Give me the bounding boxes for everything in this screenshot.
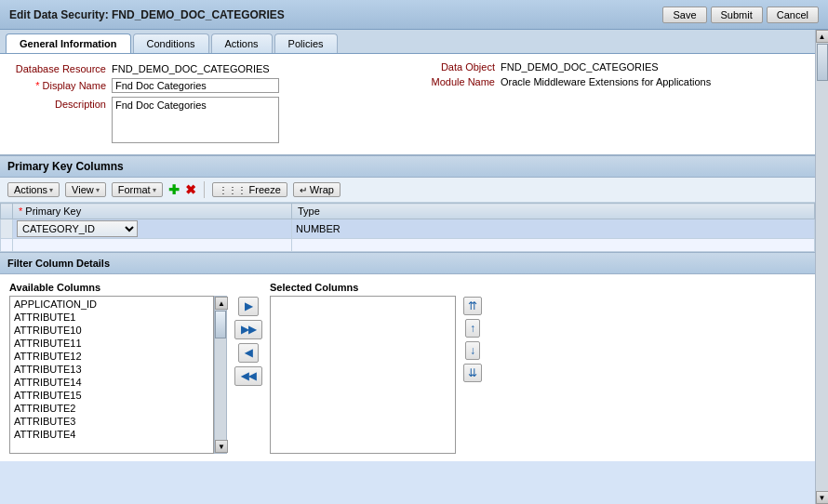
description-label: Description bbox=[9, 97, 112, 110]
cancel-button[interactable]: Cancel bbox=[767, 7, 819, 23]
module-name-value: Oracle Middleware Extensions for Applica… bbox=[501, 76, 711, 87]
list-item[interactable]: ATTRIBUTE3 bbox=[11, 415, 212, 428]
list-item[interactable]: ATTRIBUTE4 bbox=[11, 428, 212, 441]
view-dropdown-button[interactable]: View ▾ bbox=[65, 182, 106, 197]
scroll-thumb[interactable] bbox=[817, 44, 828, 81]
move-right-button[interactable]: ▶ bbox=[238, 297, 259, 316]
list-scroll-down[interactable]: ▼ bbox=[215, 440, 228, 453]
database-resource-label: Database Resource bbox=[9, 61, 112, 74]
format-dropdown-button[interactable]: Format ▾ bbox=[112, 182, 163, 197]
selected-columns-list[interactable] bbox=[270, 296, 456, 454]
actions-dropdown-arrow: ▾ bbox=[49, 186, 53, 194]
list-item[interactable]: ATTRIBUTE13 bbox=[11, 363, 212, 376]
list-item[interactable]: ATTRIBUTE14 bbox=[11, 376, 212, 389]
list-scroll-up[interactable]: ▲ bbox=[215, 297, 228, 310]
sort-down-button[interactable]: ↓ bbox=[465, 341, 480, 360]
move-all-left-button[interactable]: ◀◀ bbox=[234, 366, 262, 386]
list-item[interactable]: ATTRIBUTE11 bbox=[11, 337, 212, 350]
page-title: Edit Data Security: FND_DEMO_DOC_CATEGOR… bbox=[9, 8, 285, 21]
filter-section-title: Filter Column Details bbox=[7, 258, 110, 269]
tab-actions[interactable]: Actions bbox=[211, 33, 273, 53]
list-item[interactable]: ATTRIBUTE2 bbox=[11, 402, 212, 415]
primary-key-select[interactable]: CATEGORY_ID bbox=[17, 220, 138, 237]
format-label: Format bbox=[118, 184, 151, 195]
sort-top-button[interactable]: ⇈ bbox=[463, 297, 482, 315]
tab-general-information[interactable]: General Information bbox=[6, 33, 131, 53]
col-primary-key: Primary Key bbox=[13, 204, 292, 219]
scroll-down-arrow[interactable]: ▼ bbox=[816, 491, 829, 504]
list-item[interactable]: ATTRIBUTE10 bbox=[11, 324, 212, 337]
actions-label: Actions bbox=[14, 184, 47, 195]
actions-dropdown-button[interactable]: Actions ▾ bbox=[7, 182, 60, 197]
table-empty-row bbox=[1, 239, 815, 252]
tab-policies[interactable]: Policies bbox=[274, 33, 338, 53]
list-item[interactable]: APPLICATION_ID bbox=[11, 298, 212, 311]
list-item[interactable]: ATTRIBUTE1 bbox=[11, 311, 212, 324]
wrap-label: Wrap bbox=[310, 184, 334, 195]
submit-button[interactable]: Submit bbox=[711, 7, 763, 23]
wrap-button[interactable]: ↵ Wrap bbox=[293, 182, 341, 197]
move-all-right-button[interactable]: ▶▶ bbox=[234, 320, 262, 339]
primary-key-table: Primary Key Type CATEGORY_ID bbox=[0, 203, 815, 252]
selected-columns-label: Selected Columns bbox=[270, 282, 456, 293]
format-dropdown-arrow: ▾ bbox=[153, 186, 156, 194]
module-name-label: Module Name bbox=[417, 76, 501, 87]
data-object-label: Data Object bbox=[417, 61, 501, 73]
type-value: NUMBER bbox=[292, 219, 815, 239]
primary-key-section-title: Primary Key Columns bbox=[0, 155, 815, 178]
list-item[interactable]: ATTRIBUTE15 bbox=[11, 389, 212, 402]
wrap-icon: ↵ bbox=[300, 185, 307, 195]
add-row-button[interactable]: ✚ bbox=[168, 182, 180, 197]
view-dropdown-arrow: ▾ bbox=[96, 186, 100, 194]
col-type: Type bbox=[292, 204, 815, 219]
available-columns-label: Available Columns bbox=[9, 282, 227, 293]
view-label: View bbox=[72, 184, 94, 195]
tab-conditions[interactable]: Conditions bbox=[133, 33, 209, 53]
table-row[interactable]: CATEGORY_ID NUMBER bbox=[1, 219, 815, 239]
list-item[interactable]: ATTRIBUTE12 bbox=[11, 350, 212, 363]
sort-bottom-button[interactable]: ⇊ bbox=[463, 364, 482, 382]
database-resource-value: FND_DEMO_DOC_CATEGORIES bbox=[112, 61, 270, 74]
scroll-up-arrow[interactable]: ▲ bbox=[816, 30, 829, 43]
display-name-label: Display Name bbox=[9, 78, 112, 91]
description-input[interactable]: Fnd Doc Categories bbox=[112, 97, 279, 143]
freeze-icon: ⋮⋮⋮ bbox=[219, 185, 247, 195]
move-left-button[interactable]: ◀ bbox=[238, 343, 259, 363]
save-button[interactable]: Save bbox=[662, 7, 706, 23]
freeze-button[interactable]: ⋮⋮⋮ Freeze bbox=[212, 182, 287, 197]
main-scrollbar[interactable]: ▲ ▼ bbox=[815, 30, 828, 504]
data-object-value: FND_DEMO_DOC_CATEGORIES bbox=[501, 61, 659, 73]
display-name-input[interactable] bbox=[112, 78, 279, 93]
sort-up-button[interactable]: ↑ bbox=[465, 319, 480, 338]
available-columns-list[interactable]: APPLICATION_ID ATTRIBUTE1 ATTRIBUTE10 AT… bbox=[9, 296, 214, 454]
freeze-label: Freeze bbox=[249, 184, 281, 195]
delete-row-button[interactable]: ✖ bbox=[185, 182, 196, 197]
